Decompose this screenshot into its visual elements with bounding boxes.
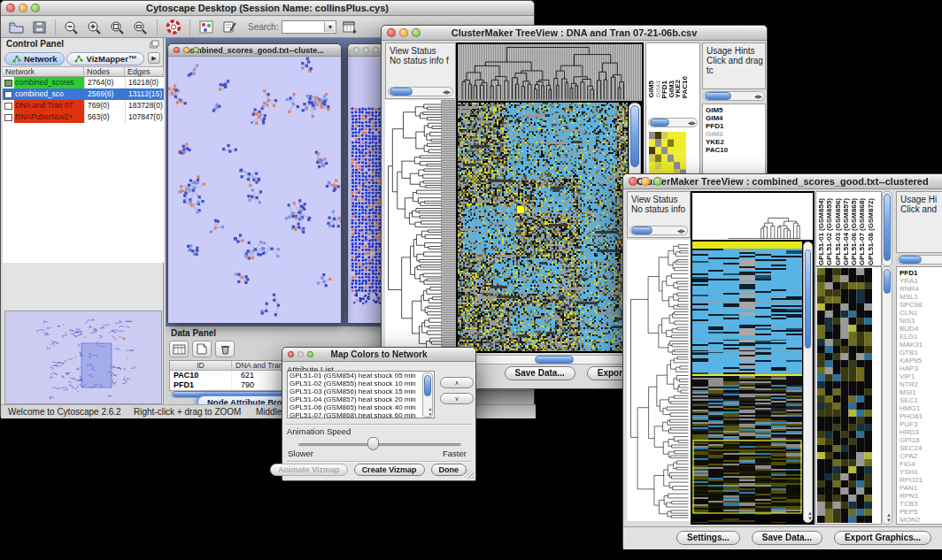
new-attribute-icon[interactable] bbox=[192, 341, 212, 357]
gene-label[interactable]: NTR2 bbox=[900, 380, 942, 388]
tv2-zoom-heatmap[interactable] bbox=[817, 268, 872, 523]
attribute-item[interactable]: GPL51-06 (GSM865) heat shock 40 min bbox=[288, 403, 422, 411]
tv1-status-scrollbar[interactable]: ◀▶ bbox=[388, 87, 453, 96]
col-nodes[interactable]: Nodes bbox=[84, 67, 125, 76]
treeview-button[interactable]: Save Data... bbox=[752, 531, 822, 545]
matrix-row-label[interactable]: PAC10 bbox=[706, 146, 765, 154]
zoom-button[interactable] bbox=[653, 177, 662, 186]
treeview-button[interactable]: Export Graphics... bbox=[834, 531, 931, 545]
help-lifering-icon[interactable] bbox=[164, 19, 183, 36]
zoom-in-icon[interactable] bbox=[85, 19, 104, 36]
minimize-button[interactable] bbox=[19, 4, 27, 12]
close-button[interactable] bbox=[174, 47, 180, 53]
heatmap-column-label[interactable]: GPL51-08 (GSM872) bbox=[868, 198, 876, 265]
close-button[interactable] bbox=[387, 28, 396, 37]
gene-label[interactable]: MSL1 bbox=[900, 293, 942, 301]
main-titlebar[interactable]: Cytoscape Desktop (Session Name: collins… bbox=[1, 1, 534, 16]
zoom-button[interactable] bbox=[373, 47, 379, 53]
minimize-button[interactable] bbox=[363, 47, 369, 53]
dialog-titlebar[interactable]: Map Colors to Network bbox=[282, 348, 475, 362]
search-dropdown-icon[interactable]: ▼ bbox=[324, 22, 335, 32]
gene-label[interactable]: SPC98 bbox=[900, 301, 942, 309]
col-network[interactable]: Network bbox=[3, 67, 84, 76]
gene-label[interactable]: VIP1 bbox=[900, 372, 942, 380]
network-list-row[interactable]: RNAPuberNov2+ 563(0) 107847(0) bbox=[3, 111, 164, 123]
zoom-out-icon[interactable] bbox=[62, 19, 81, 36]
matrix-row-label[interactable]: GIM5 bbox=[706, 106, 765, 114]
matrix-row-label[interactable]: YKE2 bbox=[706, 138, 765, 146]
birdseye-canvas[interactable] bbox=[5, 311, 161, 403]
zoom-fit-icon[interactable] bbox=[131, 19, 151, 36]
tv2-zoom-vscroll[interactable]: ▲▼ bbox=[882, 266, 892, 525]
treeview-button[interactable]: Settings... bbox=[676, 531, 740, 545]
animation-speed-slider[interactable] bbox=[298, 443, 461, 446]
gene-label[interactable]: PAN1 bbox=[900, 484, 942, 492]
slider-thumb[interactable] bbox=[367, 437, 379, 450]
tv2-genes-hscroll[interactable] bbox=[897, 255, 942, 265]
zoom-button[interactable] bbox=[412, 28, 421, 37]
gene-label[interactable]: SEC1 bbox=[900, 396, 942, 404]
network-list-row[interactable]: DNA and Tran 07 769(0) 183728(0) bbox=[3, 100, 164, 111]
gene-label[interactable]: MAK31 bbox=[900, 341, 942, 349]
tv1-zoom-matrix[interactable] bbox=[649, 132, 686, 177]
gene-label[interactable]: PHO81 bbox=[900, 412, 942, 420]
attribute-list-scrollbar[interactable]: ▲▼ bbox=[422, 372, 433, 418]
matrix-row-label[interactable]: GIM4 bbox=[706, 114, 765, 122]
attribute-browser-icon[interactable] bbox=[340, 19, 359, 36]
network1-titlebar[interactable]: combined_scores_good.txt--cluste... bbox=[168, 44, 341, 57]
gene-label[interactable]: GTB1 bbox=[900, 349, 942, 357]
attribute-item[interactable]: GPL51-02 (GSM855) heat shock 10 min bbox=[288, 380, 422, 387]
matrix-row-label[interactable]: GIM3 bbox=[706, 130, 765, 138]
zoom-button[interactable] bbox=[307, 351, 313, 357]
network-list-row[interactable]: combined_scores 2764(0) 16218(0) bbox=[3, 77, 164, 88]
gene-label[interactable]: MON2 bbox=[900, 516, 942, 524]
dialog-button[interactable]: Done bbox=[431, 464, 467, 476]
gene-label[interactable]: SEC24 bbox=[900, 444, 942, 452]
minimize-button[interactable] bbox=[297, 351, 304, 357]
network-list-row[interactable]: combined_sco 2569(6) 13112(15) bbox=[3, 88, 164, 100]
delete-attribute-icon[interactable] bbox=[215, 341, 235, 357]
attribute-listbox[interactable]: GPL51-01 (GSM854) heat shock 05 minGPL51… bbox=[287, 371, 435, 418]
attribute-item[interactable]: GPL51-04 (GSM857) heat shock 20 min bbox=[288, 395, 422, 403]
gene-label[interactable]: KAP95 bbox=[900, 357, 942, 364]
tv1-heatmap-hscroll[interactable]: ◀▶ bbox=[456, 355, 644, 364]
dialog-button[interactable]: Create Vizmap bbox=[354, 464, 425, 476]
gene-label[interactable]: CPA2 bbox=[900, 452, 942, 460]
tv1-row-dendrogram[interactable] bbox=[385, 100, 456, 353]
annotation-icon[interactable] bbox=[220, 19, 239, 36]
attribute-item[interactable]: GPL51-01 (GSM854) heat shock 05 min bbox=[288, 372, 422, 380]
gene-label[interactable]: CLN1 bbox=[900, 309, 942, 317]
gene-label[interactable]: HRD3 bbox=[900, 428, 942, 436]
move-down-button[interactable]: ∨ bbox=[440, 393, 474, 404]
zoom-button[interactable] bbox=[193, 47, 199, 53]
zoom-button[interactable] bbox=[31, 4, 40, 12]
close-button[interactable] bbox=[353, 47, 359, 53]
tv2-heatmap-vscroll[interactable]: ▲▼ bbox=[803, 242, 813, 523]
gene-label[interactable]: PUF3 bbox=[900, 420, 942, 428]
matrix-row-label[interactable]: PFD1 bbox=[706, 122, 765, 130]
tv2-heatmap[interactable] bbox=[692, 242, 802, 523]
network1-canvas[interactable] bbox=[168, 57, 341, 323]
col-edges[interactable]: Edges bbox=[125, 67, 164, 76]
gene-label[interactable]: HAP3 bbox=[900, 364, 942, 372]
float-panel-icon[interactable] bbox=[150, 40, 159, 50]
gene-label[interactable]: RNR4 bbox=[900, 285, 942, 293]
save-icon[interactable] bbox=[29, 19, 49, 36]
treeview1-titlebar[interactable]: ClusterMaker TreeView : DNA and Tran 07-… bbox=[382, 26, 767, 41]
open-file-icon[interactable] bbox=[6, 19, 26, 36]
dialog-button[interactable]: Animate Vizmap bbox=[270, 464, 347, 476]
gene-label[interactable]: FIG4 bbox=[900, 460, 942, 468]
tab[interactable]: Network bbox=[4, 52, 65, 65]
tv1-labels-scrollbar[interactable]: ◀▶ bbox=[703, 91, 765, 101]
gene-label[interactable]: YRA1 bbox=[900, 277, 942, 285]
gene-label[interactable]: RPN1 bbox=[900, 492, 942, 500]
tv1-column-dendrogram[interactable] bbox=[458, 44, 642, 101]
tab-overflow-button[interactable]: ▶ bbox=[148, 52, 160, 64]
gene-label[interactable]: HMG1 bbox=[900, 404, 942, 412]
attribute-table-icon[interactable] bbox=[169, 341, 189, 357]
minimize-button[interactable] bbox=[183, 47, 189, 53]
birdseye-view[interactable] bbox=[4, 311, 162, 404]
attribute-item[interactable]: GPL51-03 (GSM856) heat shock 15 min bbox=[288, 387, 422, 395]
vizmap-nodes-icon[interactable] bbox=[197, 19, 216, 36]
gene-label[interactable]: RPO21 bbox=[900, 476, 942, 484]
